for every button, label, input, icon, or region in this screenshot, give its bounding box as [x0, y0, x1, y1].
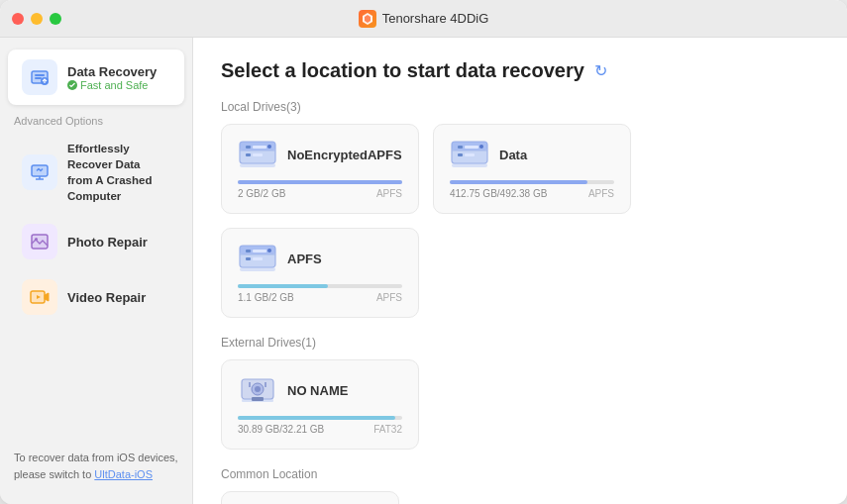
drive-card-noencryptedapfs[interactable]: NoEncryptedAPFS 2 GB/2 GB APFS [221, 124, 419, 214]
app-window: Tenorshare 4DDiG [0, 0, 847, 504]
svg-rect-37 [253, 250, 266, 252]
drive-fs-3: APFS [376, 292, 402, 303]
drive-info-3: 1.1 GB/2 GB APFS [238, 292, 402, 303]
drive-bar-fill-1 [238, 180, 402, 184]
svg-rect-41 [253, 257, 263, 260]
minimize-button[interactable] [31, 13, 43, 25]
photo-repair-label: Photo Repair [67, 235, 148, 250]
drive-name-3: APFS [287, 252, 322, 266]
svg-rect-22 [246, 153, 251, 156]
local-drives-label: Local Drives(3) [221, 100, 819, 114]
drive-card-trash[interactable]: Trash [221, 491, 399, 504]
drive-info-ext: 30.89 GB/32.21 GB FAT32 [238, 424, 402, 435]
drive-fs-1: APFS [376, 188, 402, 199]
drive-info-2: 412.75 GB/492.38 GB APFS [450, 188, 614, 199]
svg-rect-28 [465, 146, 478, 149]
data-recovery-sub: Fast and Safe [67, 79, 157, 91]
app-title: Tenorshare 4DDiG [382, 11, 489, 26]
advanced-options-label: Advanced Options [0, 105, 192, 131]
svg-rect-31 [458, 153, 463, 156]
drive-fs-ext: FAT32 [373, 424, 402, 435]
svg-point-45 [255, 386, 261, 392]
svg-rect-32 [465, 153, 475, 156]
drive-bar-fill-ext [238, 416, 395, 420]
drive-card-top-3: APFS [238, 243, 402, 274]
sidebar-item-photo-repair[interactable]: Photo Repair [8, 214, 184, 269]
window-controls [12, 13, 61, 25]
drive-card-top-1: NoEncryptedAPFS [238, 139, 402, 170]
drive-fs-2: APFS [588, 188, 614, 199]
svg-rect-18 [246, 146, 251, 149]
crashed-computer-text: Effortlessly Recover Datafrom A Crashed … [67, 141, 170, 204]
hdd-icon-3 [238, 243, 277, 274]
svg-rect-19 [253, 146, 266, 149]
svg-point-29 [479, 145, 483, 149]
photo-repair-icon-wrap [22, 224, 57, 259]
drive-card-apfs[interactable]: APFS 1.1 GB/2 GB APFS [221, 228, 419, 318]
external-drives-label: External Drives(1) [221, 336, 819, 350]
drive-size-3: 1.1 GB/2 GB [238, 292, 294, 303]
app-title-group: Tenorshare 4DDiG [359, 10, 489, 28]
drive-card-top-ext: NO NAME [238, 374, 402, 406]
svg-rect-47 [252, 397, 264, 401]
content-area: Select a location to start data recovery… [193, 38, 847, 504]
photo-repair-text: Photo Repair [67, 235, 148, 250]
usb-icon [238, 374, 277, 406]
drive-card-noname[interactable]: NO NAME 30.89 GB/32.21 GB FAT32 [221, 359, 419, 450]
crashed-computer-label: Effortlessly Recover Datafrom A Crashed … [67, 141, 170, 204]
drive-name-ext: NO NAME [287, 383, 348, 398]
data-recovery-icon-wrap [22, 59, 57, 95]
drive-name-1: NoEncryptedAPFS [287, 148, 402, 162]
common-location-label: Common Location [221, 467, 819, 481]
sidebar-item-data-recovery[interactable]: Data Recovery Fast and Safe [8, 50, 184, 105]
svg-rect-27 [458, 146, 463, 149]
close-button[interactable] [12, 13, 24, 25]
page-title: Select a location to start data recovery [221, 59, 584, 82]
hdd-icon-2 [450, 139, 489, 170]
drive-card-data[interactable]: Data 412.75 GB/492.38 GB APFS [433, 124, 631, 214]
drive-card-top-2: Data [450, 139, 614, 170]
svg-rect-2 [35, 74, 45, 76]
svg-rect-3 [35, 77, 42, 79]
ultdata-ios-link[interactable]: UltData-iOS [94, 468, 153, 480]
external-drives-grid: NO NAME 30.89 GB/32.21 GB FAT32 [221, 359, 819, 450]
drive-bar-1 [238, 180, 402, 184]
svg-point-38 [267, 249, 271, 252]
check-icon [67, 80, 77, 90]
hdd-icon-1 [238, 139, 277, 170]
video-repair-text: Video Repair [67, 290, 146, 305]
sidebar-item-crashed-computer[interactable]: Effortlessly Recover Datafrom A Crashed … [8, 131, 184, 214]
drive-size-ext: 30.89 GB/32.21 GB [238, 424, 324, 435]
hdd-svg-3 [238, 244, 277, 273]
svg-rect-42 [240, 267, 275, 271]
main-layout: Data Recovery Fast and Safe Advanced Opt… [0, 38, 847, 504]
local-drives-grid: NoEncryptedAPFS 2 GB/2 GB APFS [221, 124, 819, 318]
content-header: Select a location to start data recovery… [221, 59, 819, 82]
drive-bar-3 [238, 284, 402, 288]
sidebar-item-video-repair[interactable]: Video Repair [8, 269, 184, 325]
data-recovery-text: Data Recovery Fast and Safe [67, 64, 157, 91]
titlebar: Tenorshare 4DDiG [0, 0, 847, 38]
usb-svg [238, 375, 277, 405]
data-recovery-label: Data Recovery [67, 64, 157, 79]
sidebar: Data Recovery Fast and Safe Advanced Opt… [0, 38, 193, 504]
svg-point-20 [267, 145, 271, 149]
drive-bar-ext [238, 416, 402, 420]
sidebar-footer: To recover data from iOS devices, please… [0, 440, 192, 492]
app-logo-icon [359, 10, 376, 28]
drive-size-1: 2 GB/2 GB [238, 188, 285, 199]
drive-size-2: 412.75 GB/492.38 GB [450, 188, 547, 199]
video-repair-icon [29, 286, 51, 308]
svg-rect-33 [452, 163, 487, 167]
common-location-grid: Trash [221, 491, 819, 504]
video-repair-label: Video Repair [67, 290, 146, 305]
crashed-computer-icon-wrap [22, 154, 57, 190]
data-recovery-icon [29, 66, 51, 88]
maximize-button[interactable] [50, 13, 61, 25]
svg-rect-36 [246, 250, 251, 252]
svg-rect-23 [253, 153, 263, 156]
hdd-svg-2 [450, 140, 489, 169]
refresh-icon[interactable]: ↻ [594, 61, 614, 81]
crashed-computer-icon [29, 161, 51, 183]
video-repair-icon-wrap [22, 279, 57, 315]
